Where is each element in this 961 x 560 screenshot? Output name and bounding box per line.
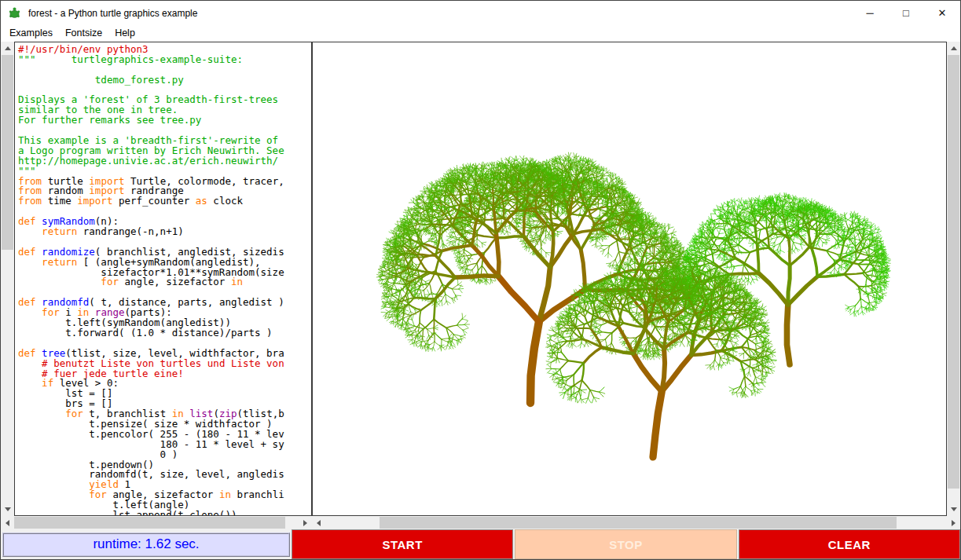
canvas-wrap: [312, 42, 947, 516]
main-area: #!/usr/bin/env python3""" turtlegraphics…: [1, 42, 960, 516]
scroll-down-icon: [5, 507, 11, 511]
code-hscroll-thumb[interactable]: [14, 517, 285, 529]
scroll-down-icon: [951, 507, 957, 511]
code-area: #!/usr/bin/env python3""" turtlegraphics…: [18, 45, 311, 516]
bottombar: runtime: 1.62 sec. STARTSTOPCLEAR: [1, 529, 960, 559]
code-line: For further remarks see tree.py: [18, 115, 311, 126]
hscroll-row: [1, 516, 960, 529]
app-window: forest - a Python turtle graphics exampl…: [0, 0, 961, 560]
scroll-left-icon: [6, 520, 9, 526]
window-title: forest - a Python turtle graphics exampl…: [28, 8, 197, 19]
canvas-hscroll-thumb[interactable]: [380, 517, 897, 529]
scroll-up-icon: [951, 46, 957, 50]
code-line: from time import perf_counter as clock: [18, 196, 311, 207]
code-vscroll-thumb[interactable]: [2, 55, 13, 250]
scroll-down-button[interactable]: [1, 503, 14, 516]
runtime-label: runtime: 1.62 sec.: [2, 533, 290, 557]
scroll-right-button[interactable]: [299, 516, 312, 529]
action-buttons: STARTSTOPCLEAR: [290, 529, 960, 559]
clear-button[interactable]: CLEAR: [739, 529, 960, 559]
scroll-right-icon: [303, 520, 307, 526]
scroll-down-button[interactable]: [947, 503, 960, 516]
code-line: return randrange(-n,n+1): [18, 227, 311, 237]
menu-item-help[interactable]: Help: [108, 26, 141, 41]
code-line: http://homepage.univie.ac.at/erich.neuwi…: [18, 156, 311, 167]
canvas-vertical-scrollbar[interactable]: [947, 42, 960, 516]
menu-item-fontsize[interactable]: Fontsize: [59, 26, 108, 41]
scroll-left-icon: [317, 520, 321, 526]
canvas-vscroll-thumb[interactable]: [948, 55, 959, 489]
scroll-right-icon: [952, 520, 955, 526]
turtle-canvas: [313, 42, 946, 515]
menubar: ExamplesFontsizeHelp: [1, 25, 960, 42]
scroll-up-button[interactable]: [947, 42, 960, 55]
scroll-up-icon: [5, 46, 11, 50]
stop-button[interactable]: STOP: [515, 529, 736, 559]
scroll-left-button[interactable]: [1, 516, 14, 529]
code-vertical-scrollbar[interactable]: [1, 42, 14, 516]
code-viewer[interactable]: #!/usr/bin/env python3""" turtlegraphics…: [14, 42, 312, 516]
turtle-icon: [8, 6, 21, 20]
code-line: t.forward( (1.0 * distance)/parts ): [18, 328, 311, 339]
code-pane: #!/usr/bin/env python3""" turtlegraphics…: [1, 42, 312, 516]
maximize-button[interactable]: □: [888, 1, 924, 25]
code-line: lst.append(t.clone()): [18, 511, 311, 516]
start-button[interactable]: START: [292, 529, 513, 559]
code-line: for angle, sizefactor in: [18, 277, 311, 287]
scroll-right-button[interactable]: [947, 516, 960, 529]
canvas-horizontal-scrollbar[interactable]: [312, 516, 960, 529]
code-line: tdemo_forest.py: [18, 75, 311, 86]
scroll-up-button[interactable]: [1, 42, 14, 55]
menu-item-examples[interactable]: Examples: [3, 26, 59, 41]
titlebar: forest - a Python turtle graphics exampl…: [1, 1, 960, 25]
code-horizontal-scrollbar[interactable]: [1, 516, 312, 529]
code-line: """ turtlegraphics-example-suite:: [18, 55, 311, 65]
window-controls: ─ □ ✕: [852, 1, 960, 25]
scroll-left-button[interactable]: [312, 516, 325, 529]
minimize-button[interactable]: ─: [852, 1, 888, 25]
canvas-pane: [312, 42, 960, 516]
close-button[interactable]: ✕: [924, 1, 960, 25]
